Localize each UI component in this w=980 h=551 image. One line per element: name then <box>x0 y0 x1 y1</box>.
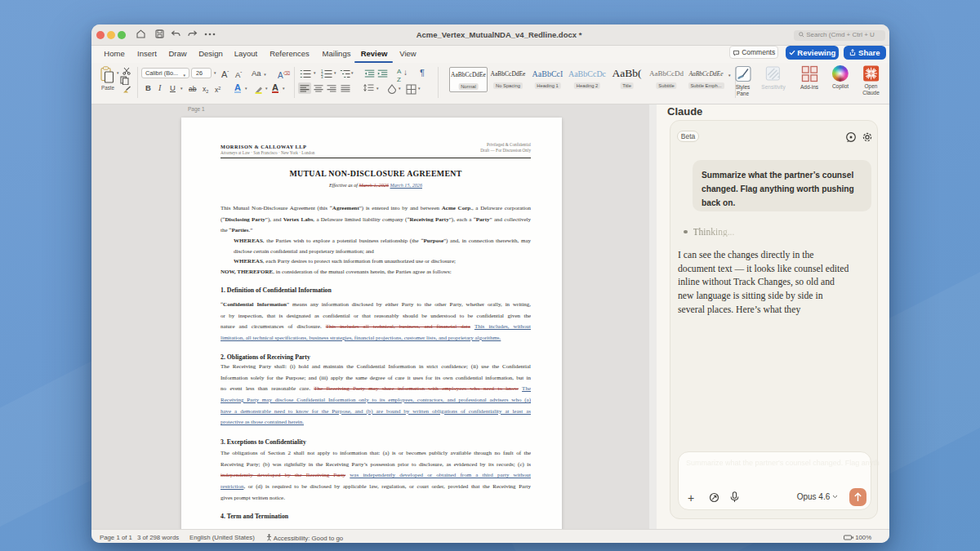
svg-text:3: 3 <box>321 75 323 78</box>
